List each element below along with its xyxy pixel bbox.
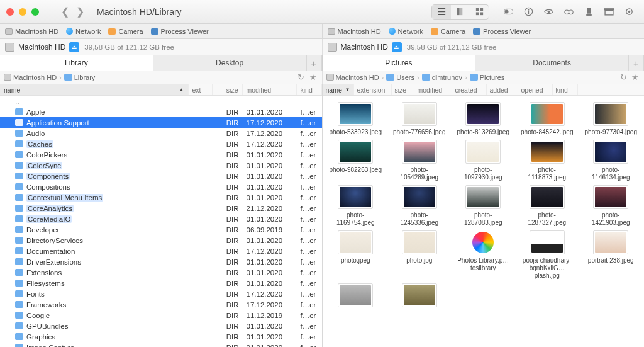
list-row[interactable]: CompositionsDIR01.01.2020f…er xyxy=(0,181,322,192)
icon-grid-body[interactable]: photo-533923.jpegphoto-776656.jpegphoto-… xyxy=(323,96,645,347)
grid-item[interactable]: photo-1287327.jpeg xyxy=(516,185,578,227)
list-row[interactable]: GPUBundlesDIR01.01.2020f…er xyxy=(0,321,322,331)
nav-forward-icon[interactable]: ❯ xyxy=(75,8,84,16)
col-name[interactable]: name▲ xyxy=(0,84,189,95)
col-name[interactable]: name▼ xyxy=(323,84,354,95)
grid-item[interactable]: photo-1146134.jpeg xyxy=(580,140,642,181)
maximize-button[interactable] xyxy=(31,8,39,16)
grid-item[interactable]: photo-813269.jpeg xyxy=(453,102,514,136)
nav-back-icon[interactable]: ❮ xyxy=(60,8,69,16)
favorite-icon[interactable]: ★ xyxy=(308,72,318,82)
view-grid-icon[interactable] xyxy=(470,5,489,19)
list-row[interactable]: AudioDIR17.12.2020f…er xyxy=(0,128,322,139)
col-kind[interactable]: kind xyxy=(553,84,578,95)
refresh-icon[interactable]: ↻ xyxy=(296,72,306,82)
grid-item[interactable]: photo-1097930.jpeg xyxy=(453,140,514,181)
breadcrumb-item[interactable]: Macintosh HD xyxy=(326,74,379,81)
list-row[interactable]: GraphicsDIR01.01.2020f…er xyxy=(0,331,322,342)
tab-desktop[interactable]: Desktop xyxy=(153,55,307,71)
breadcrumb-item[interactable]: Users xyxy=(386,74,414,81)
breadcrumb-item[interactable]: Pictures xyxy=(470,74,505,81)
view-columns-icon[interactable] xyxy=(451,5,470,19)
grid-item[interactable] xyxy=(389,283,450,310)
toggle-switch-icon[interactable] xyxy=(501,5,515,19)
list-row[interactable]: ColorPickersDIR01.01.2020f…er xyxy=(0,149,322,160)
col-size[interactable]: size xyxy=(392,84,414,95)
grid-item[interactable]: photo-977304.jpeg xyxy=(580,102,642,136)
grid-item[interactable]: Photos Library.p…toslibrary xyxy=(453,230,514,280)
grid-item[interactable]: photo.jpeg xyxy=(325,230,387,280)
col-ext[interactable]: ext xyxy=(189,84,213,95)
list-row[interactable]: Image CaptureDIR01.01.2020f…er xyxy=(0,342,322,347)
grid-item[interactable]: photo-845242.jpeg xyxy=(516,102,578,136)
col-size[interactable]: size xyxy=(213,84,243,95)
grid-item[interactable]: pooja-chaudhary-bqnbKxilG…plash.jpg xyxy=(516,230,578,280)
grid-item[interactable]: portrait-238.jpeg xyxy=(580,230,642,280)
col-mod[interactable]: modified xyxy=(414,84,452,95)
bookmark-process-viewer[interactable]: Process Viewer xyxy=(473,28,531,35)
grid-item[interactable]: photo-1287083.jpeg xyxy=(453,185,514,227)
list-row[interactable]: AppleDIR01.01.2020f…er xyxy=(0,106,322,117)
grid-item[interactable]: photo-533923.jpeg xyxy=(325,102,387,136)
grid-item[interactable]: photo-776656.jpeg xyxy=(389,102,450,136)
breadcrumb-item[interactable]: dimtrunov xyxy=(422,74,462,81)
bookmark-network[interactable]: Network xyxy=(389,28,423,35)
list-row[interactable]: FilesystemsDIR01.01.2020f…er xyxy=(0,278,322,288)
favorite-icon[interactable]: ★ xyxy=(630,72,640,82)
view-list-icon[interactable] xyxy=(432,5,451,19)
breadcrumb-item[interactable]: Library xyxy=(64,74,96,81)
tab-add[interactable]: + xyxy=(629,55,644,71)
bookmark-camera[interactable]: Camera xyxy=(108,28,143,35)
list-row[interactable]: Contextual Menu ItemsDIR01.01.2020f…er xyxy=(0,192,322,203)
list-row[interactable]: CoreMediaIODIR01.01.2020f…er xyxy=(0,213,322,224)
bookmark-macintosh-hd[interactable]: Macintosh HD xyxy=(328,28,381,35)
grid-item[interactable]: photo-1118873.jpeg xyxy=(516,140,578,181)
list-row[interactable]: Application SupportDIR17.12.2020f…er xyxy=(0,117,322,128)
tab-pictures[interactable]: Pictures xyxy=(323,55,476,71)
list-row[interactable]: DocumentationDIR17.12.2020f…er xyxy=(0,246,322,256)
refresh-icon[interactable]: ↻ xyxy=(618,72,628,82)
list-row[interactable]: CoreAnalyticsDIR21.12.2020f…er xyxy=(0,203,322,213)
col-opened[interactable]: opened xyxy=(518,84,553,95)
col-kind[interactable]: kind xyxy=(297,84,322,95)
breadcrumb-item[interactable]: Macintosh HD xyxy=(4,74,57,81)
bookmark-process-viewer[interactable]: Process Viewer xyxy=(151,28,209,35)
grid-item[interactable]: photo-1421903.jpeg xyxy=(580,185,642,227)
col-created[interactable]: created xyxy=(452,84,487,95)
col-mod[interactable]: modified xyxy=(243,84,297,95)
archive-icon[interactable] xyxy=(602,5,616,19)
eject-icon[interactable]: ⏏ xyxy=(69,42,79,52)
grid-item[interactable]: photo-982263.jpeg xyxy=(325,140,387,181)
tab-add[interactable]: + xyxy=(307,55,322,71)
tab-library[interactable]: Library xyxy=(0,55,153,71)
list-row[interactable]: FontsDIR17.12.2020f…er xyxy=(0,288,322,299)
list-row[interactable]: CachesDIR17.12.2020f…er xyxy=(0,139,322,149)
list-row[interactable]: GoogleDIR11.12.2019f…er xyxy=(0,310,322,321)
eject-icon[interactable]: ⏏ xyxy=(392,42,402,52)
grid-item[interactable]: photo.jpg xyxy=(389,230,450,280)
device-name[interactable]: Macintosh HD xyxy=(341,43,388,52)
list-row[interactable]: FrameworksDIR17.12.2020f…er xyxy=(0,299,322,310)
quicklook-icon[interactable] xyxy=(541,5,555,19)
list-row[interactable]: DirectoryServicesDIR01.01.2020f…er xyxy=(0,235,322,246)
list-row[interactable]: DriverExtensionsDIR01.01.2020f…er xyxy=(0,256,322,267)
grid-item[interactable]: photo-1245336.jpeg xyxy=(389,185,450,227)
grid-item[interactable]: photo-1169754.jpeg xyxy=(325,185,387,227)
list-row[interactable]: .. xyxy=(0,96,322,106)
bookmark-network[interactable]: Network xyxy=(66,28,101,35)
settings-icon[interactable] xyxy=(622,5,636,19)
col-ext[interactable]: extension xyxy=(354,84,392,95)
tab-documents[interactable]: Documents xyxy=(475,55,629,71)
bookmark-camera[interactable]: Camera xyxy=(431,28,465,35)
bookmark-macintosh-hd[interactable]: Macintosh HD xyxy=(5,28,58,35)
binoculars-icon[interactable] xyxy=(562,5,575,19)
list-row[interactable]: ComponentsDIR01.01.2020f…er xyxy=(0,171,322,181)
device-name[interactable]: Macintosh HD xyxy=(18,43,65,52)
list-row[interactable]: ColorSyncDIR01.01.2020f…er xyxy=(0,160,322,171)
info-icon[interactable] xyxy=(521,5,535,19)
close-button[interactable] xyxy=(6,8,14,16)
grid-item[interactable] xyxy=(325,283,387,310)
col-added[interactable]: added xyxy=(487,84,518,95)
view-mode-segment[interactable] xyxy=(431,4,489,20)
grid-item[interactable]: photo-1054289.jpeg xyxy=(389,140,450,181)
